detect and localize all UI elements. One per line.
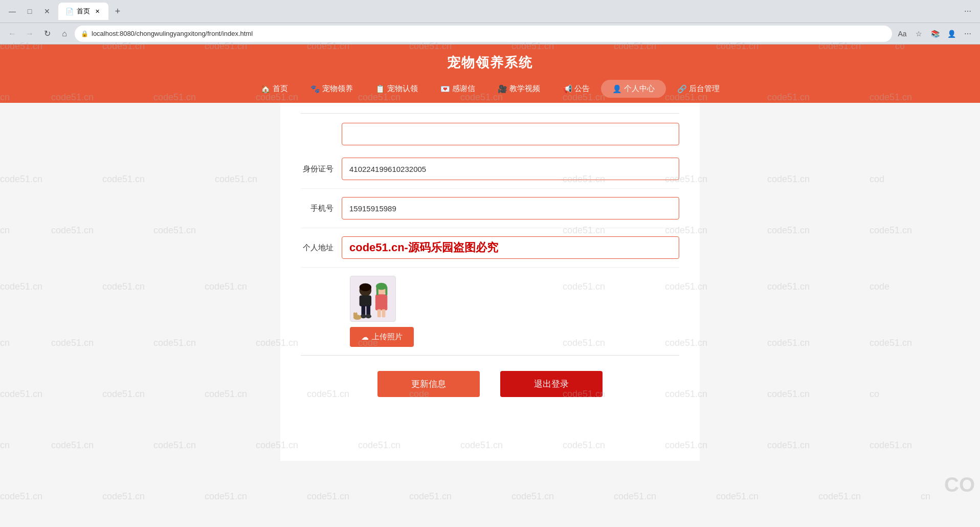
svg-point-15	[365, 314, 371, 318]
nav-pet-claim[interactable]: 📋 宠物认领	[364, 79, 429, 99]
svg-rect-4	[366, 305, 370, 316]
home-button[interactable]: ⌂	[57, 27, 72, 41]
new-tab-button[interactable]: +	[110, 4, 125, 18]
svg-point-18	[353, 312, 355, 315]
url-text: localhost:8080/chongwulingyangxitong/fro…	[92, 30, 253, 37]
address-row: 个人地址	[301, 228, 679, 268]
id-input[interactable]	[342, 158, 679, 180]
cloud-upload-icon: ☁	[361, 333, 369, 342]
letter-icon: 💌	[440, 84, 450, 94]
content-area: 身份证号 手机号 个人地址	[280, 103, 700, 461]
video-icon: 🎥	[498, 84, 507, 94]
photo-section: ☁ 上传照片	[301, 268, 679, 356]
svg-rect-10	[385, 287, 387, 296]
svg-point-19	[355, 312, 358, 315]
partial-input[interactable]	[342, 123, 679, 145]
svg-rect-11	[375, 303, 387, 311]
window-controls[interactable]: — □ ✕	[5, 4, 54, 18]
upload-photo-btn[interactable]: ☁ 上传照片	[350, 327, 414, 347]
nav-thanks[interactable]: 💌 感谢信	[429, 79, 486, 99]
refresh-button[interactable]: ↻	[40, 27, 54, 41]
nav-notice[interactable]: 📢 公告	[551, 79, 601, 99]
active-tab[interactable]: 📄 首页 ✕	[58, 3, 108, 20]
back-button[interactable]: ←	[5, 27, 19, 41]
app-title: 宠物领养系统	[0, 54, 980, 72]
clipboard-icon: 📋	[375, 84, 385, 94]
photo-image	[350, 276, 395, 321]
read-mode-btn[interactable]: Aa	[895, 27, 909, 41]
minimize-btn[interactable]: —	[5, 4, 19, 18]
tab-title: 首页	[77, 7, 90, 16]
logout-button[interactable]: 退出登录	[500, 371, 603, 397]
tab-close-btn[interactable]: ✕	[93, 7, 101, 15]
partial-row	[301, 119, 679, 145]
nav-pet-adopt[interactable]: 🐾 宠物领养	[299, 79, 364, 99]
action-row: 更新信息 退出登录	[301, 356, 679, 402]
profile-form: 身份证号 手机号 个人地址	[301, 113, 679, 402]
forward-button[interactable]: →	[23, 27, 37, 41]
maximize-btn[interactable]: □	[23, 4, 37, 18]
svg-rect-12	[377, 310, 381, 318]
svg-rect-9	[376, 287, 378, 296]
browser-chrome: — □ ✕ 📄 首页 ✕ + ⋯	[0, 0, 980, 23]
user-icon: 👤	[612, 84, 622, 94]
tab-bar: 📄 首页 ✕ +	[58, 3, 125, 20]
id-label: 身份证号	[301, 164, 342, 174]
main-nav: 🏠 首页 🐾 宠物领养 📋 宠物认领 💌 感谢信 🎥 教学视频 📢 公告 👤 个…	[0, 79, 980, 103]
svg-rect-13	[382, 310, 386, 318]
id-row: 身份证号	[301, 149, 679, 189]
favorites-btn[interactable]: ☆	[911, 27, 926, 41]
phone-input[interactable]	[342, 197, 679, 219]
paw-icon: 🐾	[310, 84, 320, 94]
nav-video[interactable]: 🎥 教学视频	[486, 79, 551, 99]
app-header: 宠物领养系统	[0, 45, 980, 79]
link-icon: 🔗	[677, 84, 687, 94]
tab-favicon: 📄	[65, 8, 74, 15]
svg-point-5	[360, 283, 371, 292]
phone-row: 手机号	[301, 189, 679, 228]
security-icon: 🔒	[81, 30, 88, 37]
profile-btn[interactable]: 👤	[944, 27, 959, 41]
browser-menu-btn[interactable]: ⋯	[961, 4, 975, 18]
app-container: 宠物领养系统 🏠 首页 🐾 宠物领养 📋 宠物认领 💌 感谢信 🎥 教学视频 📢…	[0, 45, 980, 461]
nav-admin[interactable]: 🔗 后台管理	[666, 79, 731, 99]
corner-watermark: CO	[944, 473, 975, 496]
notice-icon: 📢	[563, 84, 572, 94]
address-input-wrapper	[342, 236, 679, 259]
address-label: 个人地址	[301, 243, 342, 253]
close-btn[interactable]: ✕	[40, 4, 54, 18]
browser-actions: Aa ☆ 📚 👤 ⋯	[895, 27, 975, 41]
photo-preview	[350, 276, 396, 322]
phone-label: 手机号	[301, 204, 342, 213]
address-input[interactable]	[342, 236, 679, 259]
address-bar-row: ← → ↻ ⌂ 🔒 localhost:8080/chongwulingyang…	[0, 23, 980, 45]
nav-home[interactable]: 🏠 首页	[250, 79, 299, 99]
home-icon: 🏠	[261, 84, 271, 94]
collections-btn[interactable]: 📚	[928, 27, 942, 41]
update-info-button[interactable]: 更新信息	[377, 371, 480, 397]
svg-rect-3	[362, 305, 366, 316]
nav-personal[interactable]: 👤 个人中心	[601, 80, 666, 98]
address-bar[interactable]: 🔒 localhost:8080/chongwulingyangxitong/f…	[75, 26, 892, 42]
settings-btn[interactable]: ⋯	[961, 27, 975, 41]
svg-rect-2	[360, 295, 371, 306]
